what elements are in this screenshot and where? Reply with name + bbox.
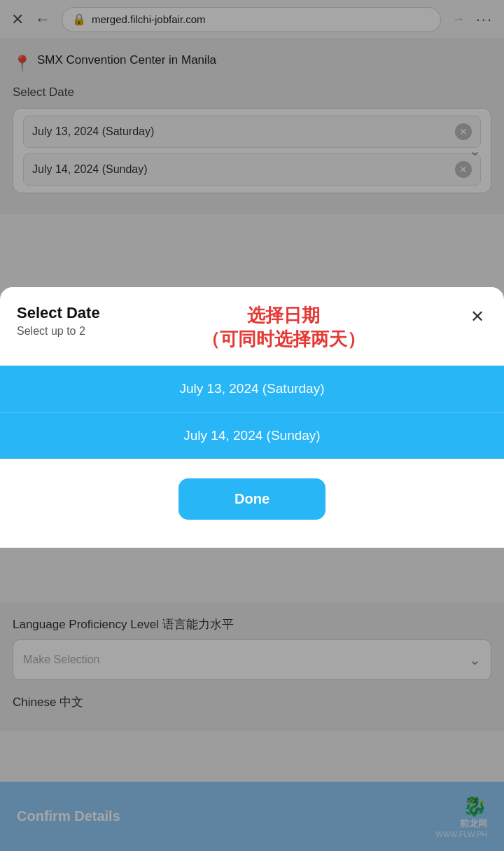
done-button-wrapper: Done	[0, 459, 504, 527]
modal-title: Select Date	[17, 304, 100, 322]
date-option-2[interactable]: July 14, 2024 (Sunday)	[0, 413, 504, 459]
modal-close-button[interactable]: ✕	[468, 304, 487, 329]
done-button[interactable]: Done	[178, 478, 326, 520]
modal-title-block: Select Date Select up to 2	[17, 304, 100, 338]
modal-subtitle: Select up to 2	[17, 325, 100, 338]
date-picker-modal: Select Date Select up to 2 选择日期 （可同时选择两天…	[0, 287, 504, 548]
modal-header: Select Date Select up to 2 选择日期 （可同时选择两天…	[0, 287, 504, 363]
date-options-list: July 13, 2024 (Saturday) July 14, 2024 (…	[0, 366, 504, 459]
modal-chinese-title: 选择日期 （可同时选择两天）	[100, 304, 468, 352]
date-option-1[interactable]: July 13, 2024 (Saturday)	[0, 366, 504, 413]
